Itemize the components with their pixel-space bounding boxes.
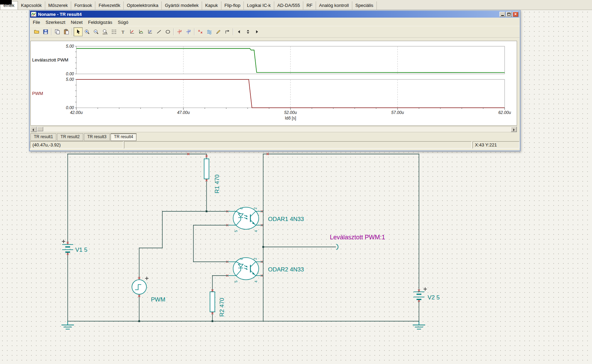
result-tab-tr-result3[interactable]: TR result3 (84, 133, 110, 141)
pin-number: 6 (240, 207, 244, 209)
y-tick-label: 5.00 (66, 44, 74, 49)
category-tab-rf[interactable]: RF (303, 1, 316, 10)
svg-text:a: a (180, 29, 182, 32)
category-tab-ad-da-555[interactable]: AD-DA/555 (274, 1, 304, 10)
axis-tool-a-button[interactable] (127, 27, 136, 36)
next-page-button[interactable] (252, 27, 261, 36)
category-tab-felvezetok[interactable]: Félvezetők (95, 1, 124, 10)
mouse-position: X:43 Y:221 (472, 141, 519, 149)
minimize-button[interactable] (499, 12, 505, 17)
pin-number: 4 (254, 230, 258, 232)
polarity-plus (423, 287, 427, 291)
component-ground-left[interactable] (61, 321, 74, 329)
component-odar2[interactable] (227, 258, 263, 280)
page-spinner-button[interactable] (244, 27, 252, 36)
copy-button[interactable] (53, 27, 62, 36)
select-tool-button[interactable] (74, 27, 83, 36)
ellipse-tool-button[interactable] (163, 27, 172, 36)
label-r1[interactable]: R1 470 (214, 174, 220, 193)
cursor-icon (75, 29, 81, 35)
menubar: FileSzerkesztNézetFeldolgozásSúgó (30, 18, 519, 26)
category-tab-analog-kontroll[interactable]: Analóg kontroll (316, 1, 352, 10)
save-button[interactable] (41, 27, 50, 36)
category-tab-kapcsolok[interactable]: Kapcsolók (18, 1, 45, 10)
category-tab-specialis[interactable]: Speciális (352, 1, 377, 10)
plus-minus-icon: +× (198, 29, 203, 35)
component-odar1[interactable] (227, 207, 263, 229)
category-tab-forrasok[interactable]: Források (71, 1, 95, 10)
cursor-coordinates: (40.47u,-3.92) (30, 141, 123, 149)
axis-tool-b-button[interactable] (136, 27, 145, 36)
category-tab-kapuk[interactable]: Kapuk (202, 1, 221, 10)
menu-szerkeszt[interactable]: Szerkeszt (43, 19, 68, 26)
pen-icon (216, 29, 221, 35)
zoom-100-button[interactable]: 100% (101, 27, 109, 36)
text-tool-button[interactable]: T (118, 27, 127, 36)
marker-button[interactable]: +× (196, 27, 205, 36)
cursor-a-button[interactable]: a (175, 27, 184, 36)
window-titlebar[interactable]: Noname - TR result4 × (30, 11, 519, 18)
menu-feldolgozas[interactable]: Feldolgozás (85, 19, 115, 26)
prev-page-button[interactable] (235, 27, 244, 36)
open-button[interactable] (32, 27, 41, 36)
component-r1[interactable] (204, 159, 209, 179)
line-icon (156, 29, 162, 35)
chart-hscrollbar[interactable] (30, 126, 517, 132)
output-terminal[interactable] (336, 244, 338, 250)
close-button[interactable]: × (513, 12, 518, 17)
menu-file[interactable]: File (30, 19, 43, 26)
scroll-left-button[interactable] (31, 127, 37, 132)
maximize-button[interactable] (506, 12, 512, 17)
component-r2[interactable] (210, 292, 215, 312)
svg-text:100%: 100% (103, 33, 107, 35)
result-tab-tr-result2[interactable]: TR result2 (57, 133, 83, 141)
scroll-track[interactable] (37, 127, 511, 132)
zoom-in-icon (84, 29, 90, 35)
category-tab-logikai-ic-k[interactable]: Logikai IC-k (244, 1, 274, 10)
app-icon (31, 12, 36, 17)
pen-button[interactable] (214, 27, 223, 36)
paste-button[interactable] (62, 27, 71, 36)
label-v2[interactable]: V2 5 (428, 294, 440, 301)
category-tab-muszerek[interactable]: Műszerek (45, 1, 71, 10)
zoom-out-button[interactable] (92, 27, 101, 36)
label-odar2[interactable]: ODAR2 4N33 (268, 266, 304, 273)
pin-number: 6 (240, 258, 244, 260)
axis-a-icon (129, 29, 135, 35)
label-r2[interactable]: R2 470 (219, 298, 225, 317)
category-tab-gyartoi-modellek[interactable]: Gyártói modellek (162, 1, 202, 10)
junction-dot (212, 320, 213, 322)
menu-nezet[interactable]: Nézet (68, 19, 85, 26)
component-ground-right[interactable] (413, 321, 425, 329)
component-v2[interactable] (413, 292, 424, 299)
scroll-right-button[interactable] (511, 127, 517, 132)
label-odar1[interactable]: ODAR1 4N33 (268, 216, 304, 222)
interpolate-button[interactable] (205, 27, 214, 36)
component-pwm-source[interactable] (132, 280, 146, 294)
window-title: Noname - TR result4 (38, 12, 499, 17)
spinner-icon (245, 29, 251, 35)
polarity-plus (62, 240, 65, 243)
chart-canvas[interactable]: 5.000.00Leválasztott PWM5.000.00PWM42.00… (31, 41, 516, 125)
menu-sugo[interactable]: Súgó (115, 19, 131, 26)
result-tab-tr-result1[interactable]: TR result1 (30, 133, 56, 141)
label-v1[interactable]: V1 5 (75, 247, 87, 253)
result-tab-tr-result4[interactable]: TR result4 (111, 133, 136, 141)
cursor-b-button[interactable]: b (184, 27, 193, 36)
category-tab-optoelektronika[interactable]: Optoelektronika (124, 1, 162, 10)
pin-number: 2 (254, 258, 257, 260)
grid-toggle-button[interactable] (109, 27, 118, 36)
toolbar-separator (71, 28, 74, 36)
corner-arrow-button[interactable] (223, 27, 232, 36)
category-tab-flip-flop[interactable]: Flip-flop (221, 1, 244, 10)
label-output[interactable]: Leválasztott PWM:1 (330, 234, 385, 241)
component-v1[interactable] (62, 245, 73, 252)
zoom-in-button[interactable] (83, 27, 92, 36)
axis-c-icon (147, 29, 153, 35)
label-pwm[interactable]: PWM (151, 296, 165, 303)
axis-tool-c-button[interactable] (145, 27, 154, 36)
x-axis-title: Idő [s] (285, 116, 296, 121)
line-tool-button[interactable] (154, 27, 163, 36)
toolbar-separator (172, 28, 175, 36)
scroll-thumb[interactable] (37, 127, 43, 131)
